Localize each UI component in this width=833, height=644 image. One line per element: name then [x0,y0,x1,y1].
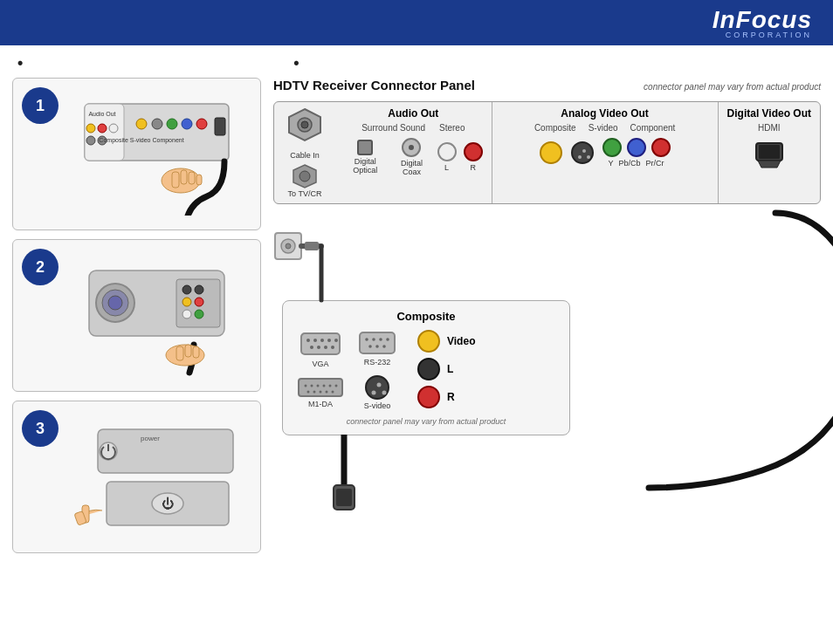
svg-point-78 [326,391,328,394]
svg-point-45 [301,121,308,128]
composite-video-row: Video [417,330,475,353]
digital-coax-group: Digital Coax [393,138,430,176]
svg-point-88 [376,383,381,387]
digital-video-title: Digital Video Out [727,107,811,120]
svg-point-59 [306,339,310,342]
step-2-circle: 2 [22,249,59,285]
step-box-1: 1 Audio Out [12,78,261,230]
digital-optical-label: Digital Optical [344,157,386,175]
svg-point-63 [334,339,338,342]
svg-point-48 [582,149,586,153]
svg-rect-13 [215,118,225,135]
m1da-port-svg [297,377,344,398]
svg-point-61 [320,339,324,342]
svg-point-50 [587,155,590,159]
proj-left-connectors: VGA [297,330,344,410]
svg-point-89 [371,391,375,395]
component-pr-port [651,138,671,157]
svg-point-83 [379,338,382,341]
audio-out-section: Audio Out Surround Sound Stereo Digital … [335,102,492,203]
svg-point-30 [195,310,203,319]
m1da-label: M1-DA [308,400,333,408]
header: InFocus CORPORATION [0,0,833,45]
svg-point-5 [109,124,118,133]
svg-rect-34 [193,346,199,358]
svg-point-84 [386,338,389,341]
receiver-panel-note: connector panel may vary from actual pro… [644,82,821,92]
svg-point-71 [317,385,320,387]
svg-point-85 [368,345,372,348]
svg-point-12 [196,119,207,129]
audio-l-label: L [447,363,453,375]
stereo-label: Stereo [439,123,465,133]
component-y-port [602,138,622,157]
proj-svideo-label: S-video [364,401,391,410]
stereo-r-port [464,142,483,161]
svg-point-82 [372,338,375,341]
svg-point-73 [329,385,332,387]
bullet-dot-2: • [293,54,299,72]
svg-text:power: power [141,435,160,442]
svg-point-23 [108,296,122,310]
bullet-item-2: • [293,54,299,72]
receiver-panel-body: Cable In To TV/CR Audio Out Surround Sou… [273,101,821,204]
component-pb-port [627,138,646,157]
right-column: HDTV Receiver Connector Panel connector … [273,78,821,553]
svg-rect-32 [176,346,183,360]
stereo-r-group: R [464,142,483,172]
audio-r-row: R [417,386,455,408]
receiver-panel-container: HDTV Receiver Connector Panel connector … [273,78,821,204]
stereo-l-port [437,142,457,161]
coax-port [402,138,421,157]
coax-inner [409,145,414,150]
audio-r-port [417,386,440,408]
cable-in-port [287,107,322,151]
svg-point-62 [327,339,331,342]
vga-label: VGA [312,360,328,368]
y-label: Y [609,159,614,168]
composite-video-port [417,330,440,353]
component-label-hdr: Component [630,123,676,133]
audio-l-row: L [417,358,453,380]
to-tv-label: To TV/CR [288,189,322,198]
proj-mid-connectors: RS-232 S-video [358,330,396,410]
svg-point-26 [195,285,203,294]
svg-text:Composite  S-video  Component: Composite S-video Component [99,137,183,144]
proj-svideo-group: S-video [364,375,391,410]
to-tv-port [292,163,318,189]
svg-point-69 [305,385,307,387]
svg-text:Audio Out: Audio Out [88,111,115,117]
pbcb-label: Pb/Cb [619,159,641,168]
svideo-group [571,141,594,164]
svg-rect-33 [185,345,191,357]
svg-point-75 [307,391,310,394]
svg-point-76 [313,391,316,394]
bullet-item-1: • [17,54,23,72]
left-column: 1 Audio Out [12,78,261,553]
svg-point-65 [317,346,320,349]
analog-video-title: Analog Video Out [501,107,709,120]
svg-point-27 [182,298,191,306]
step-1-illustration: Audio Out Composite S-video Component [37,93,238,216]
svg-point-72 [323,385,326,387]
svg-rect-17 [181,170,187,184]
svideo-port [571,141,594,164]
svg-point-74 [335,385,338,387]
svg-point-49 [578,155,582,159]
proj-panel-note: connector panel may vary from actual pro… [297,417,555,426]
analog-video-section: Analog Video Out Composite S-video Compo… [492,102,719,203]
hdmi-port-svg [753,136,786,180]
svg-point-77 [320,391,322,394]
svg-point-70 [311,385,313,387]
wall-connector [273,226,326,273]
audio-l-port [417,358,440,380]
logo-container: InFocus CORPORATION [713,6,812,39]
logo-corp: CORPORATION [713,31,812,39]
component-group: Y Pb/Cb Pr/Cr [602,138,671,168]
composite-label-hdr: Composite [534,123,576,133]
projector-panel: Composite [282,300,570,435]
step-box-2: 2 [12,239,261,392]
prcr-label: Pr/Cr [646,159,664,168]
step-2-illustration [37,255,238,377]
svg-rect-16 [172,172,179,188]
